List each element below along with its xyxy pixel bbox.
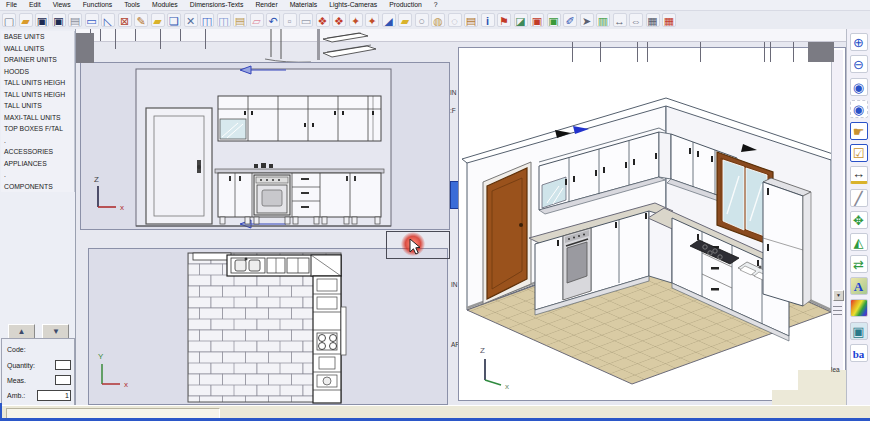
menu-bar: FileEditViewsFunctionsToolsModulesDimens… [0,0,870,11]
menu-views[interactable]: Views [47,0,77,10]
dimension-icon[interactable]: ↔ [613,13,627,27]
quantity-input[interactable] [55,360,71,370]
catalog-book-icon[interactable]: ▥ [596,13,610,27]
catalog-item[interactable]: APPLIANCES [1,158,74,170]
parallel-lines-icon[interactable]: ╱ [850,189,868,207]
redraw-window-icon[interactable]: ☛ [850,122,868,140]
shape-ring-icon[interactable]: ○ [415,13,429,27]
shape-disc-icon[interactable]: ◌ [448,13,462,27]
duplicate-icon[interactable]: ◫ [217,13,231,27]
pan-move-icon[interactable]: ✥ [850,211,868,229]
validate-window-icon[interactable]: ☑ [850,144,868,162]
menu-materials[interactable]: Materials [284,0,324,10]
shape-cup-icon[interactable]: ◍ [431,13,445,27]
rotate-view-icon[interactable]: ◭ [850,233,868,251]
production-print-icon[interactable]: ▦ [646,13,660,27]
materials-palette-icon[interactable] [850,299,868,317]
background-text-fragment: lea [831,366,840,373]
undo-icon[interactable]: ↶ [266,13,280,27]
plan-view-window[interactable]: Y x [88,248,448,405]
paste-icon[interactable]: ▤ [233,13,247,27]
view3d-axis-x-label: x [505,382,509,391]
catalog-item[interactable]: WALL UNITS [1,43,74,55]
text-tool-icon[interactable]: A [850,277,868,295]
zoom-in-icon[interactable]: ⊕ [850,33,868,51]
graph-icon[interactable]: ◪ [514,13,528,27]
elevation-drawing[interactable]: Z x [81,63,449,229]
render-image-icon[interactable]: ▣ [850,322,868,340]
catalog-item[interactable]: COMPONENTS [1,181,74,193]
wedge-tool-icon[interactable]: ◢ [382,13,396,27]
scroll-down-button[interactable]: ▼ [833,290,844,301]
erase-icon[interactable]: ▱ [250,13,264,27]
info-icon[interactable]: i [481,13,495,27]
menu-lights-cameras[interactable]: Lights-Cameras [323,0,383,10]
print-icon[interactable]: ▤ [68,13,82,27]
background-text-fragment: IN [451,281,458,288]
folder-export-icon[interactable]: ▰ [151,13,165,27]
ba-contrast-icon[interactable]: ba [850,344,868,362]
selection-box-icon[interactable]: ▫ [283,13,297,27]
edit-plan-icon[interactable]: ✎ [134,13,148,27]
application-window: FileEditViewsFunctionsToolsModulesDimens… [0,0,870,421]
dimension-all-icon[interactable]: ⇔ [629,13,643,27]
open-file-icon[interactable]: ▰ [19,13,33,27]
menu-help[interactable]: ? [428,0,444,10]
elements-edit-icon[interactable]: ✦ [365,13,379,27]
elevation-view-window[interactable]: Z x [80,62,450,230]
preview-icon[interactable]: ▭ [85,13,99,27]
menu-tools[interactable]: Tools [118,0,146,10]
menu-modules[interactable]: Modules [146,0,184,10]
save-icon[interactable]: ▣ [35,13,49,27]
catalog-item[interactable]: DRAINER UNITS [1,54,74,66]
catalog-item[interactable]: TOP BOXES F/TAL [1,123,74,135]
menu-file[interactable]: File [0,0,23,10]
zoom-out-icon[interactable]: ⊖ [850,55,868,73]
save-as-icon[interactable]: ▣ [52,13,66,27]
perspective-view-window[interactable]: Z x ▼ [458,47,846,401]
measure-tool-icon[interactable]: ↔ [850,166,868,184]
catalog-item[interactable]: BASE UNITS [1,31,74,43]
send-view-icon[interactable]: ❏ [167,13,181,27]
green-frame-icon[interactable]: ▣ [547,13,561,27]
menu-functions[interactable]: Functions [77,0,118,10]
catalog-item[interactable]: TALL UNITS [1,100,74,112]
catalog-item[interactable]: HOODS [1,66,74,78]
amb-input[interactable] [37,390,71,401]
new-file-icon[interactable]: ▢ [2,13,16,27]
zoom-extents-icon[interactable]: ◉ [850,78,868,96]
orbit-3d-icon[interactable]: ⇄ [850,255,868,273]
copy-icon[interactable]: ◫ [200,13,214,27]
zoom-window-icon[interactable]: ◉ [850,100,868,118]
menu-dimensions-texts[interactable]: Dimensions-Texts [184,0,250,10]
amb-label: Amb.: [7,392,25,399]
elements-group-icon[interactable]: ✦ [349,13,363,27]
layout-grid-icon[interactable]: ▦ [662,13,676,27]
project-case-icon[interactable]: ▤ [464,13,478,27]
catalog-item[interactable]: TALL UNITS HEIGH [1,77,74,89]
red-frame-icon[interactable]: ▣ [530,13,544,27]
furniture-add-icon[interactable]: ❖ [332,13,346,27]
draw-tool-icon[interactable]: ✐ [563,13,577,27]
catalog-folder-icon[interactable]: ▰ [398,13,412,27]
menu-edit[interactable]: Edit [23,0,47,10]
pointer-tool-icon[interactable]: ➤ [580,13,594,27]
furniture-set-icon[interactable]: ❖ [316,13,330,27]
plan-drawing[interactable]: Y x [89,249,447,404]
catalog-item[interactable]: . [1,135,74,147]
meas-input[interactable] [55,375,71,385]
catalog-item[interactable]: ACCESSORIES [1,146,74,158]
menu-render[interactable]: Render [249,0,283,10]
cut-icon[interactable]: ✕ [184,13,198,27]
region-box-icon[interactable]: ▭ [299,13,313,27]
menu-production[interactable]: Production [383,0,428,10]
catalog-item[interactable]: MAXI-TALL UNITS [1,112,74,124]
view3d-scrollbar[interactable]: ▼ [831,50,843,397]
status-bar [0,405,870,419]
perspective-drawing[interactable]: Z x [459,48,833,400]
flag-icon[interactable]: ⚑ [497,13,511,27]
catalog-item[interactable]: . [1,169,74,181]
set-square-delete-icon[interactable]: ⊠ [118,13,132,27]
catalog-item[interactable]: TALL UNITS HEIGH [1,89,74,101]
set-square-icon[interactable]: ◺ [101,13,115,27]
